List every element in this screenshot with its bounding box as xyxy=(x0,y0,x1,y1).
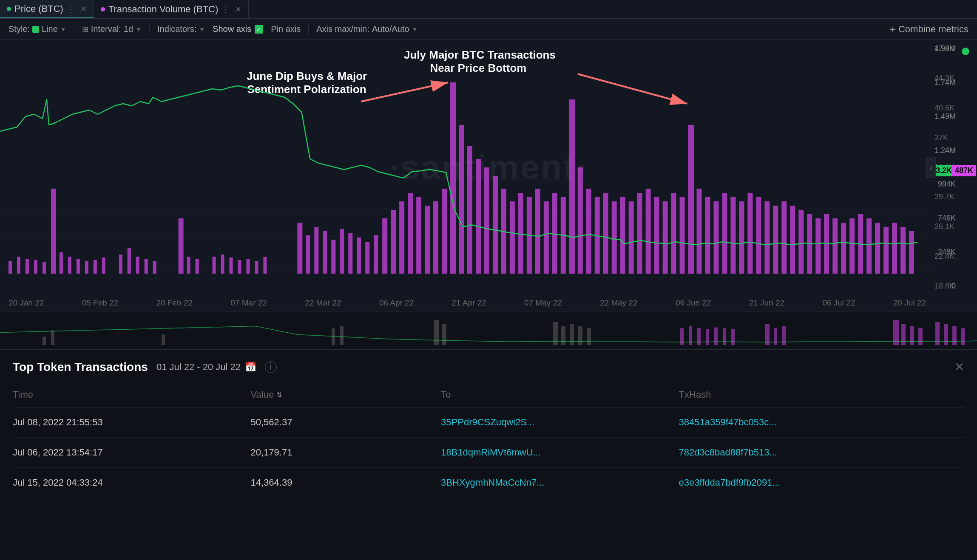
svg-rect-116 xyxy=(340,326,344,345)
cell-time-0: Jul 08, 2022 21:55:53 xyxy=(13,407,251,438)
svg-rect-90 xyxy=(764,201,770,274)
tab-price-label: Price (BTC) xyxy=(14,3,63,14)
y-vol-label-7: 0 xyxy=(930,282,956,291)
svg-rect-83 xyxy=(705,197,710,274)
svg-rect-68 xyxy=(578,167,583,274)
svg-rect-124 xyxy=(680,328,684,345)
interval-selector[interactable]: ⊞ Interval: 1d ▼ xyxy=(82,24,142,34)
svg-rect-121 xyxy=(570,324,574,345)
svg-rect-24 xyxy=(153,261,156,274)
show-axis-checkbox[interactable]: ✓ xyxy=(255,25,263,34)
svg-rect-86 xyxy=(730,197,736,274)
combine-label: Combine metrics xyxy=(898,24,968,35)
svg-rect-42 xyxy=(357,238,361,274)
tab-volume[interactable]: Transaction Volume (BTC) ⋮ ✕ xyxy=(94,0,249,18)
calendar-icon[interactable]: 📅 xyxy=(245,362,256,373)
svg-rect-91 xyxy=(773,206,778,274)
transactions-table: Time Value ⇅ To TxHash Jul 08, 2022 21: xyxy=(13,384,964,498)
x-label-10: 21 Jun 22 xyxy=(749,298,784,308)
svg-rect-27 xyxy=(196,259,199,274)
svg-rect-48 xyxy=(408,193,413,274)
svg-rect-18 xyxy=(94,260,97,274)
axis-maxmin-label: Axis max/min: xyxy=(316,24,369,34)
y-vol-label-4: 994K xyxy=(930,180,956,189)
svg-rect-54 xyxy=(459,125,464,274)
tab-price-close[interactable]: ✕ xyxy=(80,4,87,14)
cell-to-2[interactable]: 3BHXygmhNMaCcNn7... xyxy=(441,468,679,498)
svg-rect-72 xyxy=(612,201,617,274)
svg-rect-104 xyxy=(883,227,889,274)
toolbar-sep-2 xyxy=(149,24,150,34)
cell-to-1[interactable]: 18B1dqmRiMVt6mwU... xyxy=(441,438,679,468)
pin-axis-toggle[interactable]: Pin axis xyxy=(271,24,301,34)
tab-vol-menu[interactable]: ⋮ xyxy=(222,4,230,14)
axis-maxmin-value: Auto/Auto xyxy=(372,24,409,34)
svg-rect-67 xyxy=(569,99,575,274)
svg-rect-135 xyxy=(901,324,906,345)
combine-metrics-button[interactable]: + Combine metrics xyxy=(890,23,968,35)
style-dropdown-arrow: ▼ xyxy=(60,26,66,33)
y-vol-label-1: 1.74M xyxy=(930,78,956,87)
svg-rect-93 xyxy=(790,206,795,274)
svg-rect-114 xyxy=(162,334,165,345)
tab-price-menu[interactable]: ⋮ xyxy=(67,4,75,14)
style-selector[interactable]: Style: Line ▼ xyxy=(9,24,66,34)
y-vol-label-2: 1.49M xyxy=(930,112,956,121)
y-vol-label-6: 248K xyxy=(930,248,956,257)
svg-rect-58 xyxy=(493,176,498,274)
sort-icon: ⇅ xyxy=(276,391,282,399)
indicators-selector[interactable]: Indicators: ▼ xyxy=(157,24,205,34)
svg-rect-105 xyxy=(892,223,897,274)
svg-rect-64 xyxy=(544,201,549,274)
svg-rect-19 xyxy=(102,257,105,274)
svg-rect-13 xyxy=(51,189,56,274)
svg-rect-50 xyxy=(425,206,430,274)
cell-hash-1[interactable]: 782d3c8bad88f7b513... xyxy=(679,438,964,468)
x-label-0: 20 Jan 22 xyxy=(9,298,44,308)
svg-rect-78 xyxy=(663,201,668,274)
table-title: Top Token Transactions xyxy=(13,360,148,374)
axis-maxmin-selector[interactable]: Axis max/min: Auto/Auto ▼ xyxy=(316,24,417,34)
svg-rect-26 xyxy=(187,257,190,274)
indicators-label: Indicators: xyxy=(157,24,196,34)
svg-rect-12 xyxy=(43,262,46,274)
svg-rect-87 xyxy=(739,201,744,274)
svg-rect-23 xyxy=(145,259,148,274)
axis-collapse-button[interactable]: ‹ xyxy=(926,157,936,178)
col-txhash: TxHash xyxy=(679,384,964,407)
col-to: To xyxy=(441,384,679,407)
style-color-swatch xyxy=(32,26,39,33)
svg-rect-120 xyxy=(561,326,565,345)
mini-chart[interactable] xyxy=(0,311,977,349)
svg-rect-63 xyxy=(535,189,540,274)
info-icon[interactable]: i xyxy=(265,361,277,373)
svg-rect-9 xyxy=(17,257,20,274)
col-value[interactable]: Value ⇅ xyxy=(251,384,441,407)
svg-rect-34 xyxy=(263,257,267,274)
svg-rect-85 xyxy=(722,193,727,274)
svg-rect-22 xyxy=(136,257,139,274)
x-label-4: 22 Mar 22 xyxy=(305,298,341,308)
svg-rect-129 xyxy=(723,328,726,345)
table-date-range: 01 Jul 22 - 20 Jul 22 📅 xyxy=(156,362,256,373)
cell-to-0[interactable]: 35PPdr9CSZuqwi2S... xyxy=(441,407,679,438)
y-vol-label-5: 746K xyxy=(930,214,956,223)
svg-rect-137 xyxy=(918,328,923,345)
show-axis-area[interactable]: Show axis ✓ xyxy=(213,24,263,34)
svg-rect-57 xyxy=(484,167,489,274)
interval-value: 1d xyxy=(124,24,133,34)
style-label: Style: xyxy=(9,24,30,34)
style-value: Line xyxy=(42,24,58,34)
svg-rect-28 xyxy=(213,257,216,274)
svg-rect-43 xyxy=(365,242,369,274)
interval-icon: ⊞ xyxy=(82,25,88,34)
tab-price[interactable]: Price (BTC) ⋮ ✕ xyxy=(0,0,94,18)
close-table-button[interactable]: ✕ xyxy=(954,360,964,374)
svg-rect-122 xyxy=(578,326,582,345)
tab-vol-close[interactable]: ✕ xyxy=(235,5,241,14)
svg-rect-65 xyxy=(552,193,557,274)
cell-hash-2[interactable]: e3e3ffdda7bdf9fb2091... xyxy=(679,468,964,498)
svg-rect-106 xyxy=(900,227,906,274)
cell-hash-0[interactable]: 38451a359f47bc053c... xyxy=(679,407,964,438)
toolbar: Style: Line ▼ ⊞ Interval: 1d ▼ Indicator… xyxy=(0,19,977,40)
